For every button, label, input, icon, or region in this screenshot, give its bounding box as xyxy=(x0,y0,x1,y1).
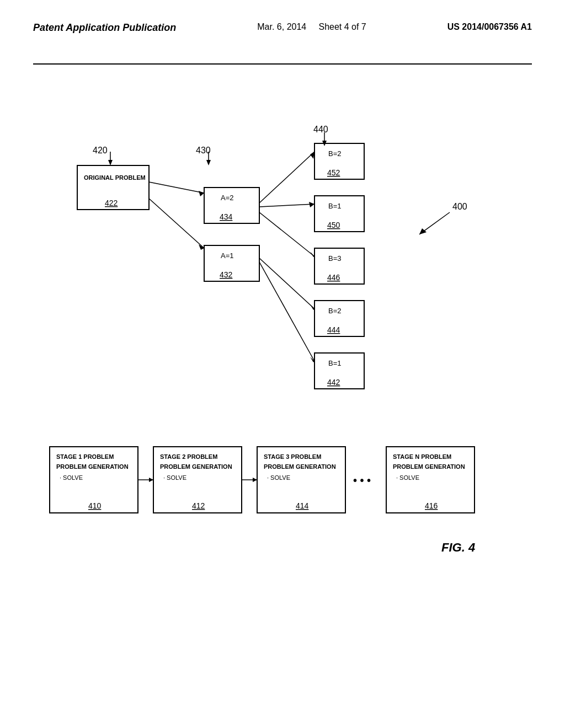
svg-text:STAGE 3 PROBLEM: STAGE 3 PROBLEM xyxy=(264,453,321,460)
svg-text:• • •: • • • xyxy=(353,474,371,486)
svg-text:· SOLVE: · SOLVE xyxy=(163,474,186,481)
svg-text:414: 414 xyxy=(296,501,309,510)
svg-line-26 xyxy=(259,212,315,256)
diagram-area: 420 ORIGINAL PROBLEM 422 430 A=2 434 xyxy=(33,72,532,695)
svg-text:STAGE N PROBLEM: STAGE N PROBLEM xyxy=(393,453,451,460)
svg-text:· SOLVE: · SOLVE xyxy=(60,474,83,481)
header-date: Mar. 6, 2014 xyxy=(257,22,306,31)
svg-line-9 xyxy=(149,182,204,193)
svg-text:432: 432 xyxy=(220,270,233,279)
header: Patent Application Publication Mar. 6, 2… xyxy=(0,22,565,34)
svg-marker-10 xyxy=(199,191,204,196)
svg-text:PROBLEM GENERATION: PROBLEM GENERATION xyxy=(160,463,232,470)
svg-text:410: 410 xyxy=(88,501,102,510)
svg-text:B=1: B=1 xyxy=(328,202,342,210)
header-divider xyxy=(33,63,532,65)
header-center: Mar. 6, 2014 Sheet 4 of 7 xyxy=(257,22,366,32)
svg-text:FIG. 4: FIG. 4 xyxy=(441,540,475,554)
svg-text:B=2: B=2 xyxy=(328,149,342,158)
header-right: US 2014/0067356 A1 xyxy=(447,22,532,32)
svg-line-24 xyxy=(259,204,315,207)
svg-text:PROBLEM GENERATION: PROBLEM GENERATION xyxy=(393,463,465,470)
svg-text:ORIGINAL PROBLEM: ORIGINAL PROBLEM xyxy=(84,174,146,181)
svg-text:STAGE 2 PROBLEM: STAGE 2 PROBLEM xyxy=(160,453,217,460)
svg-text:· SOLVE: · SOLVE xyxy=(396,474,419,481)
svg-line-22 xyxy=(259,152,315,203)
svg-marker-63 xyxy=(253,478,257,482)
svg-text:B=2: B=2 xyxy=(328,307,342,315)
svg-text:B=3: B=3 xyxy=(328,254,342,263)
svg-text:452: 452 xyxy=(327,168,340,177)
svg-text:446: 446 xyxy=(327,273,340,282)
svg-marker-49 xyxy=(419,228,427,234)
svg-text:400: 400 xyxy=(452,202,467,211)
svg-text:420: 420 xyxy=(93,146,108,155)
svg-text:· SOLVE: · SOLVE xyxy=(267,474,290,481)
svg-text:A=2: A=2 xyxy=(221,194,234,202)
header-sheet: Sheet 4 of 7 xyxy=(318,22,366,31)
svg-text:434: 434 xyxy=(220,212,233,221)
header-left-title: Patent Application Publication xyxy=(33,22,176,34)
svg-text:444: 444 xyxy=(327,325,340,334)
svg-text:422: 422 xyxy=(105,199,118,207)
svg-text:442: 442 xyxy=(327,378,340,387)
svg-text:STAGE 1 PROBLEM: STAGE 1 PROBLEM xyxy=(56,453,114,460)
svg-text:416: 416 xyxy=(425,501,438,510)
svg-text:A=1: A=1 xyxy=(221,251,234,260)
svg-text:440: 440 xyxy=(313,125,328,134)
svg-line-30 xyxy=(259,262,315,361)
svg-text:B=1: B=1 xyxy=(328,359,342,367)
svg-marker-8 xyxy=(206,160,211,165)
svg-text:PROBLEM GENERATION: PROBLEM GENERATION xyxy=(56,463,129,470)
svg-text:PROBLEM GENERATION: PROBLEM GENERATION xyxy=(264,463,336,470)
svg-text:450: 450 xyxy=(327,221,340,229)
svg-text:412: 412 xyxy=(192,501,205,510)
svg-marker-29 xyxy=(310,304,315,310)
svg-line-11 xyxy=(149,199,204,248)
svg-marker-56 xyxy=(149,478,153,482)
svg-marker-27 xyxy=(310,251,315,257)
svg-marker-23 xyxy=(310,152,315,159)
svg-marker-2 xyxy=(108,160,113,165)
svg-line-28 xyxy=(259,258,315,309)
svg-marker-25 xyxy=(309,202,315,207)
diagram-svg: 420 ORIGINAL PROBLEM 422 430 A=2 434 xyxy=(33,72,532,695)
page: Patent Application Publication Mar. 6, 2… xyxy=(0,0,565,728)
